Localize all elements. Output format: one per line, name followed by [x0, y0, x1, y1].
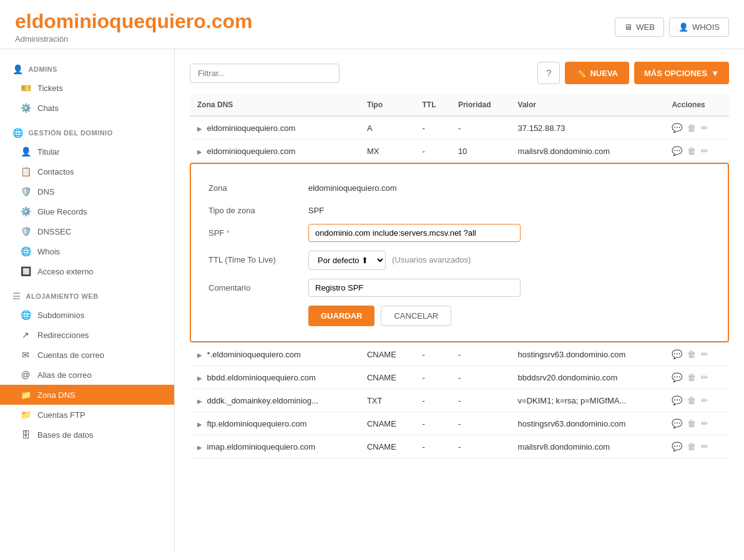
- sidebar-item-cuentas-correo[interactable]: ✉ Cuentas de correo: [0, 345, 174, 365]
- comment-label: Comentario: [208, 279, 308, 292]
- comment-icon[interactable]: 💬: [672, 418, 682, 428]
- spf-input[interactable]: [308, 224, 521, 242]
- gestion-section-icon: 🌐: [12, 128, 24, 138]
- delete-icon[interactable]: 🗑: [687, 349, 696, 359]
- sidebar-item-titular[interactable]: 👤 Titular: [0, 142, 174, 162]
- edit-row-icon[interactable]: ✏: [701, 372, 708, 382]
- sidebar-item-whois[interactable]: 🌐 Whois: [0, 241, 174, 261]
- col-valor: Valor: [511, 94, 665, 116]
- comment-icon[interactable]: 💬: [672, 395, 682, 405]
- nueva-button[interactable]: ✏️ NUEVA: [565, 62, 629, 84]
- table-row: ▶ bbdd.eldominioquequiero.com CNAME - - …: [190, 366, 729, 389]
- edit-row-icon[interactable]: ✏: [701, 349, 708, 359]
- header: eldominioquequiero.com Administración 🖥 …: [0, 0, 744, 49]
- toolbar-left: [190, 64, 340, 83]
- ttl-hint: (Usuarios avanzados): [392, 251, 471, 264]
- help-button[interactable]: ?: [537, 62, 560, 84]
- delete-icon[interactable]: 🗑: [687, 442, 696, 451]
- zona-value: eldominioquequiero.com: [308, 179, 397, 193]
- col-prioridad: Prioridad: [451, 94, 511, 116]
- delete-icon[interactable]: 🗑: [687, 395, 696, 405]
- edit-panel-row: Zona eldominioquequiero.com Tipo de zona…: [190, 163, 729, 343]
- form-actions: GUARDAR CANCELAR: [308, 306, 710, 326]
- sidebar-item-dns[interactable]: 🛡️ DNS: [0, 181, 174, 201]
- comment-input[interactable]: [308, 279, 521, 297]
- mas-opciones-button[interactable]: MÁS OPCIONES ▼: [634, 62, 729, 84]
- comment-icon[interactable]: 💬: [672, 442, 682, 451]
- edit-row-icon[interactable]: ✏: [701, 442, 708, 451]
- col-zona-dns: Zona DNS: [190, 94, 360, 116]
- ttl-label: TTL (Time To Live): [208, 251, 308, 264]
- sidebar-item-bases-datos[interactable]: 🗄 Bases de datos: [0, 425, 174, 445]
- cuentas-ftp-icon: 📁: [20, 410, 31, 420]
- redirecciones-icon: ↗: [20, 330, 31, 340]
- comment-icon[interactable]: 💬: [672, 146, 682, 156]
- expand-arrow-icon[interactable]: ▶: [197, 352, 202, 359]
- site-subtitle: Administración: [15, 34, 252, 44]
- cuentas-correo-icon: ✉: [20, 350, 31, 360]
- filter-input[interactable]: [190, 64, 340, 83]
- person-circle-icon: 👤: [678, 22, 688, 32]
- sidebar-section-admins: 👤 ADMINS: [0, 59, 174, 78]
- delete-icon[interactable]: 🗑: [687, 146, 696, 156]
- expand-arrow-icon[interactable]: ▶: [197, 148, 202, 155]
- titular-icon: 👤: [20, 147, 31, 157]
- form-row-tipo: Tipo de zona SPF: [208, 201, 710, 215]
- sidebar-item-dnssec[interactable]: 🛡️ DNSSEC: [0, 221, 174, 241]
- required-marker: *: [227, 228, 230, 238]
- expand-arrow-icon[interactable]: ▶: [197, 125, 202, 132]
- dns-icon: 🛡️: [20, 186, 31, 196]
- alias-correo-icon: @: [20, 370, 31, 380]
- sidebar-item-cuentas-ftp[interactable]: 📁 Cuentas FTP: [0, 405, 174, 425]
- toolbar: ? ✏️ NUEVA MÁS OPCIONES ▼: [190, 62, 729, 84]
- sidebar-item-tickets[interactable]: 🎫 Tickets: [0, 78, 174, 98]
- table-row: ▶ *.eldominioquequiero.com CNAME - - hos…: [190, 343, 729, 366]
- spf-label: SPF *: [208, 224, 308, 238]
- sidebar-item-redirecciones[interactable]: ↗ Redirecciones: [0, 325, 174, 345]
- subdominios-icon: 🌐: [20, 310, 31, 320]
- monitor-icon: 🖥: [624, 22, 632, 32]
- chats-icon: ⚙️: [20, 103, 31, 113]
- sidebar-item-glue-records[interactable]: ⚙️ Glue Records: [0, 201, 174, 221]
- glue-records-icon: ⚙️: [20, 206, 31, 216]
- edit-row-icon[interactable]: ✏: [701, 418, 708, 428]
- whois-button[interactable]: 👤 WHOIS: [669, 17, 729, 37]
- comment-icon[interactable]: 💬: [672, 372, 682, 382]
- help-icon: ?: [547, 68, 552, 78]
- cancelar-button[interactable]: CANCELAR: [381, 306, 451, 326]
- delete-icon[interactable]: 🗑: [687, 418, 696, 428]
- expand-arrow-icon[interactable]: ▶: [197, 444, 202, 451]
- sidebar: 👤 ADMINS 🎫 Tickets ⚙️ Chats 🌐 GESTIÓN DE…: [0, 49, 175, 553]
- toolbar-right: ? ✏️ NUEVA MÁS OPCIONES ▼: [537, 62, 729, 84]
- expand-arrow-icon[interactable]: ▶: [197, 421, 202, 428]
- layout: 👤 ADMINS 🎫 Tickets ⚙️ Chats 🌐 GESTIÓN DE…: [0, 49, 744, 553]
- header-buttons: 🖥 WEB 👤 WHOIS: [615, 17, 729, 37]
- edit-row-icon[interactable]: ✏: [701, 395, 708, 405]
- guardar-button[interactable]: GUARDAR: [308, 306, 374, 326]
- main-content: ? ✏️ NUEVA MÁS OPCIONES ▼ Zona DNS Tipo …: [175, 49, 744, 553]
- edit-row-icon[interactable]: ✏: [701, 146, 708, 156]
- whois-icon: 🌐: [20, 246, 31, 256]
- sidebar-item-contactos[interactable]: 📋 Contactos: [0, 162, 174, 181]
- sidebar-item-acceso-externo[interactable]: 🔲 Acceso externo: [0, 261, 174, 281]
- delete-icon[interactable]: 🗑: [687, 123, 696, 133]
- expand-arrow-icon[interactable]: ▶: [197, 375, 202, 382]
- expand-arrow-icon[interactable]: ▶: [197, 398, 202, 405]
- tipo-value: SPF: [308, 201, 324, 215]
- comment-icon[interactable]: 💬: [672, 349, 682, 359]
- sidebar-item-zona-dns[interactable]: 📁 Zona DNS: [0, 385, 174, 405]
- sidebar-item-alias-correo[interactable]: @ Alias de correo: [0, 365, 174, 385]
- edit-icon: ✏️: [576, 69, 586, 78]
- sidebar-item-chats[interactable]: ⚙️ Chats: [0, 98, 174, 118]
- delete-icon[interactable]: 🗑: [687, 372, 696, 382]
- edit-row-icon[interactable]: ✏: [701, 123, 708, 133]
- form-row-zona: Zona eldominioquequiero.com: [208, 179, 710, 193]
- table-header-row: Zona DNS Tipo TTL Prioridad Valor Accion…: [190, 94, 729, 116]
- tipo-label: Tipo de zona: [208, 201, 308, 215]
- sidebar-section-gestion: 🌐 GESTIÓN DEL DOMINIO: [0, 123, 174, 142]
- web-button[interactable]: 🖥 WEB: [615, 17, 664, 37]
- comment-icon[interactable]: 💬: [672, 123, 682, 133]
- site-title: eldominioquequiero.com: [15, 10, 252, 33]
- ttl-select[interactable]: Por defecto ⬆: [308, 251, 386, 270]
- sidebar-item-subdominios[interactable]: 🌐 Subdominios: [0, 305, 174, 325]
